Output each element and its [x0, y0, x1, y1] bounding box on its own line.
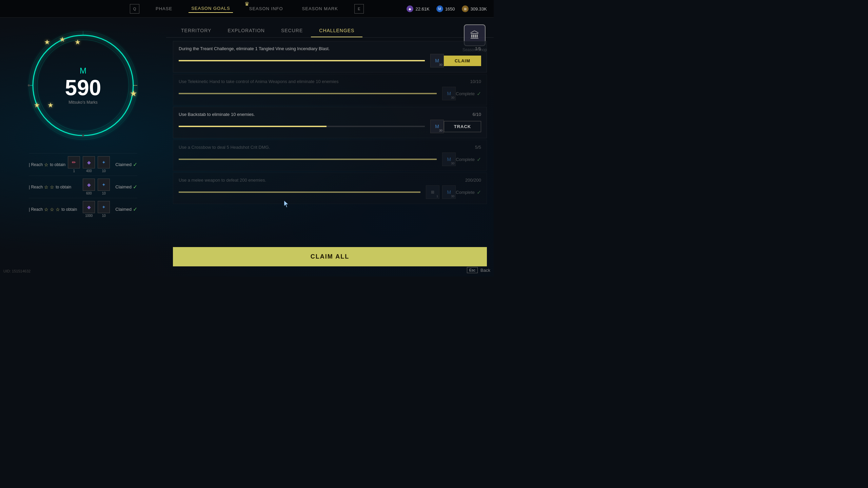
blue-icon-3: ✦ [98, 201, 110, 213]
progress-fill-5 [179, 191, 420, 193]
progress-bar-1 [179, 60, 425, 61]
tab-territory[interactable]: TERRITORY [173, 24, 219, 37]
mark-icon: M [65, 66, 101, 76]
left-panel: ★ ★ ★ ★ ★ ★ M 590 Mitsuko's Marks | Reac… [0, 18, 166, 277]
progress-bar-5 [179, 191, 420, 193]
check-icon-3: ✓ [133, 206, 137, 212]
reward-badge-4: M 30 [442, 152, 456, 166]
claimed-status-1: Claimed ✓ [115, 161, 137, 168]
reward-item-blue2: ✦ 10 [98, 179, 110, 195]
progress-fill-4 [179, 159, 437, 160]
reward-item-blue3: ✦ 10 [98, 201, 110, 218]
reward-item-marks2: ◆ 600 [83, 179, 95, 195]
marks-icon-2: ◆ [83, 179, 95, 191]
right-panel: 🏛 Season Shop TERRITORY EXPLORATION SECU… [166, 18, 494, 277]
reward-items-3: ◆ 1000 ✦ 10 [83, 201, 110, 218]
reward-badge-extra-5: ⊞ 1 [426, 185, 439, 199]
reward-row-3: | Reach ☆ ☆ ☆ to obtain ◆ 1000 ✦ 10 Clai… [29, 198, 137, 220]
reward-items-2: ◆ 600 ✦ 10 [83, 179, 110, 195]
challenge-desc-3: Use Backstab to eliminate 10 enemies. [179, 112, 473, 117]
tab-secure[interactable]: SECURE [273, 24, 311, 37]
complete-check-5: ✓ [477, 189, 481, 196]
character-circle-container: ★ ★ ★ ★ ★ ★ M 590 Mitsuko's Marks [25, 28, 141, 143]
progress-fill-2 [179, 93, 437, 94]
challenge-item-1: During the Treant Challenge, eliminate 1… [173, 41, 487, 73]
challenge-desc-4: Use a Crossbow to deal 5 Headshot Crit D… [179, 145, 475, 150]
challenge-item-4: Use a Crossbow to deal 5 Headshot Crit D… [173, 140, 487, 171]
challenge-item-5: Use a melee weapon to defeat 200 enemies… [173, 172, 487, 204]
progress-bar-2 [179, 93, 437, 94]
challenge-item-3: Use Backstab to eliminate 10 enemies. 6/… [173, 107, 487, 138]
back-label[interactable]: Back [480, 268, 490, 273]
challenge-progress-3: 6/10 [473, 112, 481, 117]
challenge-desc-2: Use Telekinetic Hand to take control of … [179, 79, 470, 84]
marks-icon-1: ◆ [83, 156, 95, 168]
reward-badge-3: M 30 [430, 120, 444, 133]
complete-check-2: ✓ [477, 90, 481, 97]
marks-icon-3: ◆ [83, 201, 95, 213]
progress-bar-4 [179, 159, 437, 160]
reward-section: | Reach ☆ to obtain ✏ 1 ◆ 400 ✦ 10 [25, 153, 141, 220]
tab-exploration[interactable]: EXPLORATION [219, 24, 273, 37]
challenge-progress-5: 200/200 [465, 178, 481, 183]
svg-point-7 [82, 135, 84, 137]
q-key-button[interactable]: Q [130, 4, 139, 14]
currency1-stat: ◆ 22.61K [407, 5, 429, 12]
challenge-progress-1: 1/1 [475, 46, 481, 51]
esc-key[interactable]: Esc [467, 267, 478, 273]
reward-star-2b: ☆ [50, 184, 54, 190]
reward-label-1: | Reach [29, 162, 43, 167]
challenge-list: During the Treant Challenge, eliminate 1… [166, 38, 494, 207]
reward-item-pen: ✏ 1 [68, 156, 80, 173]
challenge-item-2: Use Telekinetic Hand to take control of … [173, 74, 487, 105]
challenge-rewards-2: M 30 [442, 87, 456, 100]
blue-icon-2: ✦ [98, 179, 110, 191]
pen-icon: ✏ [68, 156, 80, 168]
top-stats: ◆ 22.61K M 1650 ⊞ 309.33K [407, 0, 487, 18]
nav-phase[interactable]: PHASE [153, 5, 175, 13]
reward-star-3c: ☆ [56, 207, 60, 212]
progress-fill-1 [179, 60, 425, 61]
reward-row-1: | Reach ☆ to obtain ✏ 1 ◆ 400 ✦ 10 [29, 153, 137, 176]
track-button-3[interactable]: TRACK [444, 121, 481, 132]
complete-check-4: ✓ [477, 156, 481, 163]
svg-point-6 [28, 84, 30, 86]
check-icon-1: ✓ [133, 161, 137, 168]
top-navigation: ♛ Q PHASE SEASON GOALS SEASON INFO SEASO… [0, 0, 494, 18]
challenge-rewards-3: M 30 [430, 120, 444, 133]
claim-all-button[interactable]: CLAIM ALL [173, 247, 487, 266]
nav-season-info[interactable]: SEASON INFO [246, 5, 286, 13]
crown-icon: ♛ [244, 1, 249, 7]
reward-star-2a: ☆ [44, 184, 48, 190]
star-2: ★ [59, 35, 65, 43]
complete-status-4: Complete ✓ [456, 156, 481, 163]
check-icon-2: ✓ [133, 184, 137, 190]
e-key-button[interactable]: E [354, 4, 364, 14]
challenge-desc-1: During the Treant Challenge, eliminate 1… [179, 46, 475, 51]
reward-row-2: | Reach ☆ ☆ to obtain ◆ 600 ✦ 10 Claimed… [29, 176, 137, 198]
reward-star-3b: ☆ [50, 207, 54, 212]
currency2-stat: M 1650 [436, 5, 455, 12]
reward-star-3a: ☆ [44, 207, 48, 212]
challenge-progress-2: 10/10 [470, 79, 481, 84]
esc-back: Esc Back [467, 267, 490, 273]
currency3-stat: ⊞ 309.33K [462, 5, 487, 12]
claimed-status-3: Claimed ✓ [115, 206, 137, 212]
reward-items-1: ✏ 1 ◆ 400 ✦ 10 [68, 156, 110, 173]
reward-star-1: ☆ [44, 162, 48, 167]
challenge-rewards-5: ⊞ 1 M 30 [426, 185, 456, 199]
tab-challenges[interactable]: CHALLENGES [311, 24, 362, 37]
reward-badge-2: M 30 [442, 87, 456, 100]
uid-label: UID: 151514632 [3, 269, 31, 273]
currency2-icon: M [436, 5, 443, 12]
reward-badge-5: M 30 [442, 185, 456, 199]
star-bl2: ★ [47, 101, 54, 109]
claimed-status-2: Claimed ✓ [115, 184, 137, 190]
claim-button-1[interactable]: CLAIM [444, 56, 481, 66]
nav-season-mark[interactable]: SEASON MARK [299, 5, 341, 13]
reward-badge-1: M 30 [430, 54, 444, 67]
challenge-rewards-4: M 30 [442, 152, 456, 166]
star-3: ★ [75, 38, 81, 46]
nav-season-goals[interactable]: SEASON GOALS [189, 4, 233, 13]
challenge-desc-5: Use a melee weapon to defeat 200 enemies… [179, 178, 465, 183]
